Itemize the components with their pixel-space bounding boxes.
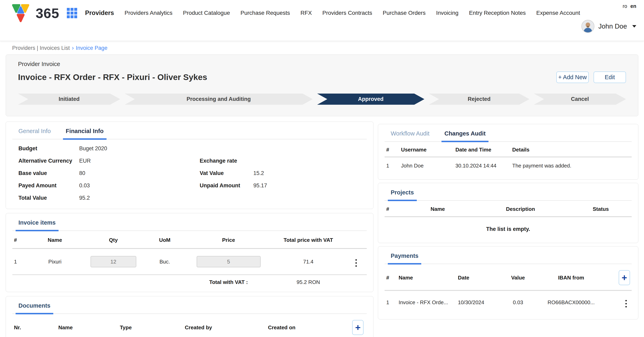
- nav-item-product-catalogue[interactable]: Product Catalogue: [183, 10, 230, 16]
- nav-item-entry-reception-notes[interactable]: Entry Reception Notes: [469, 10, 526, 16]
- payment-kebab-menu-icon[interactable]: [623, 299, 629, 308]
- workflow-status-bar: Initiated Processing and Auditing Approv…: [18, 94, 626, 105]
- nav-item-expense-account[interactable]: Expense Account: [536, 10, 580, 16]
- workflow-step-approved[interactable]: Approved: [317, 94, 424, 105]
- changes-audit-table: # Username Date and Time Details 1 John …: [384, 142, 632, 174]
- workflow-step-rejected[interactable]: Rejected: [429, 94, 530, 105]
- audit-row: 1 John Doe 30.10.2024 14:44 The payment …: [384, 157, 632, 174]
- kebab-menu-icon[interactable]: [354, 258, 359, 268]
- page-title: Invoice - RFX Order - RFX - Pixuri - Oli…: [18, 72, 207, 82]
- projects-empty-text: The list is empty.: [384, 217, 632, 238]
- field-exchange-rate: Exchange rate: [190, 158, 361, 164]
- page-subtitle: Provider Invoice: [18, 61, 626, 68]
- add-payment-button[interactable]: +: [619, 270, 630, 285]
- field-base-value: Base value 80: [18, 170, 190, 176]
- total-with-vat-value: 95.2 RON: [271, 275, 346, 287]
- audit-panel: Workflow Audit Changes Audit # Username …: [378, 124, 638, 180]
- financial-info-fields: Budget Buget 2020 Alternative Currency E…: [12, 139, 367, 204]
- total-with-vat-label: Total with VAT :: [186, 275, 271, 287]
- nav-item-rfx[interactable]: RFX: [300, 10, 312, 16]
- payments-panel: Payments # Name Date Value IBAN from +: [378, 246, 638, 320]
- apps-grid-icon[interactable]: [67, 8, 77, 18]
- field-payed-amount: Payed Amount 0.03: [18, 182, 190, 189]
- tab-financial-info[interactable]: Financial Info: [66, 128, 104, 139]
- user-name: John Doe: [598, 22, 627, 30]
- caret-down-icon: [632, 25, 636, 28]
- nav-item-invoicing[interactable]: Invoicing: [436, 10, 458, 16]
- language-option-ro[interactable]: ro: [623, 3, 627, 9]
- tab-payments[interactable]: Payments: [391, 252, 418, 264]
- edit-button[interactable]: Edit: [594, 72, 626, 83]
- main-menu: Providers Providers Analytics Product Ca…: [85, 0, 580, 26]
- projects-panel: Projects # Name Description Status The l…: [378, 183, 638, 243]
- qty-input[interactable]: [90, 256, 136, 267]
- tab-invoice-items[interactable]: Invoice items: [18, 219, 56, 230]
- invoice-items-table: # Name Qty UoM Price Total price with VA…: [12, 231, 367, 286]
- language-switcher: ro en: [623, 3, 636, 9]
- breadcrumb-path[interactable]: Providers | Invoices List: [12, 45, 70, 51]
- tab-projects[interactable]: Projects: [391, 189, 414, 200]
- field-unpaid-amount: Unpaid Amount 95.17: [190, 182, 361, 189]
- workflow-step-initiated[interactable]: Initiated: [18, 94, 120, 105]
- workflow-step-processing-and-auditing[interactable]: Processing and Auditing: [125, 94, 313, 105]
- field-total-value: Total Value 95.2: [18, 195, 190, 201]
- nav-item-providers-analytics[interactable]: Providers Analytics: [124, 10, 172, 16]
- logo-icon: [10, 3, 31, 24]
- nav-item-providers-contracts[interactable]: Providers Contracts: [322, 10, 372, 16]
- tab-documents[interactable]: Documents: [18, 302, 50, 314]
- user-menu[interactable]: John Doe: [582, 20, 636, 33]
- breadcrumb-separator-icon: ›: [70, 44, 76, 51]
- invoice-item-row: 1 Pixuri Buc. 71.4: [12, 248, 367, 275]
- info-panel: General Info Financial Info Budget Buget…: [6, 122, 374, 209]
- projects-table: # Name Description Status: [384, 201, 632, 217]
- tab-general-info[interactable]: General Info: [18, 128, 51, 139]
- documents-panel: Documents Nr. Name Type Created by Creat…: [6, 296, 374, 337]
- nav-item-providers[interactable]: Providers: [85, 9, 114, 16]
- payment-row: 1 Invoice - RFX Orde... 10/30/2024 0.03 …: [384, 290, 632, 314]
- avatar: [582, 20, 594, 33]
- invoice-items-panel: Invoice items # Name Qty UoM Price Total…: [6, 213, 374, 292]
- documents-table: Nr. Name Type Created by Created on +: [12, 314, 367, 337]
- add-document-button[interactable]: +: [352, 320, 364, 335]
- nav-item-purchase-orders[interactable]: Purchase Orders: [383, 10, 426, 16]
- language-option-en[interactable]: en: [630, 3, 636, 9]
- nav-item-purchase-requests[interactable]: Purchase Requests: [240, 10, 290, 16]
- add-new-button[interactable]: + Add New: [556, 72, 589, 83]
- brand: 365: [10, 3, 77, 24]
- workflow-step-cancel[interactable]: Cancel: [534, 94, 626, 105]
- breadcrumb-current[interactable]: Invoice Page: [76, 45, 107, 51]
- field-alternative-currency: Alternative Currency EUR: [18, 158, 190, 164]
- tab-changes-audit[interactable]: Changes Audit: [444, 130, 486, 141]
- invoice-header-card: Provider Invoice Invoice - RFX Order - R…: [6, 54, 638, 116]
- tab-workflow-audit[interactable]: Workflow Audit: [391, 130, 429, 141]
- logo-text: 365: [36, 5, 59, 21]
- field-budget: Budget Buget 2020: [18, 146, 190, 152]
- price-input[interactable]: [197, 256, 261, 267]
- top-navigation-bar: 365 Providers Providers Analytics Produc…: [0, 0, 644, 41]
- breadcrumb: Providers | Invoices List›Invoice Page: [0, 41, 644, 54]
- payments-table: # Name Date Value IBAN from + 1 Invoice …: [384, 264, 632, 314]
- field-vat-value: Vat Value 15.2: [190, 170, 361, 176]
